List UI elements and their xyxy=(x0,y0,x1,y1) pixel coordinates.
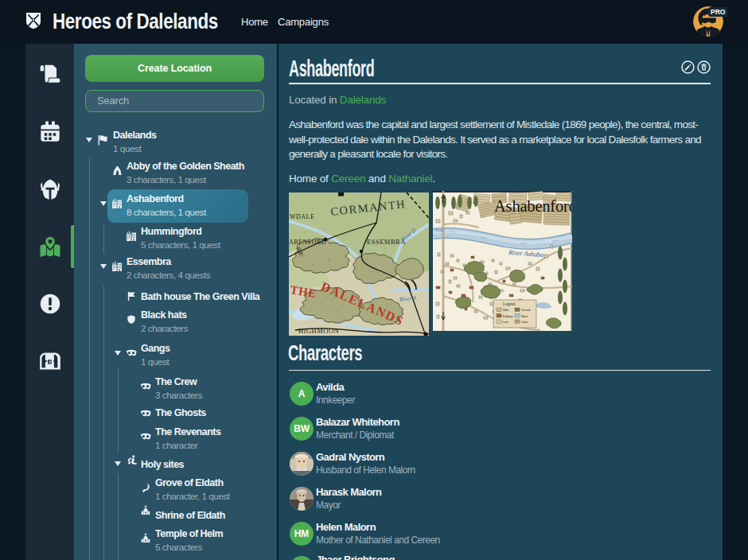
svg-text:ABENFORD: ABENFORD xyxy=(289,239,326,246)
svg-text:HIGHMOON: HIGHMOON xyxy=(298,327,339,335)
svg-text:Orchard: Orchard xyxy=(521,309,531,312)
svg-text:WDALE: WDALE xyxy=(290,213,314,220)
svg-text:Walls: Walls xyxy=(503,309,509,312)
svg-text:Ashabenford: Ashabenford xyxy=(494,197,572,215)
svg-text:Crops: Crops xyxy=(521,321,528,324)
svg-text:Ford: Ford xyxy=(434,228,443,232)
svg-text:Lane: Lane xyxy=(503,321,508,324)
svg-text:Buildings: Buildings xyxy=(503,315,513,318)
svg-text:Legend: Legend xyxy=(503,301,516,306)
svg-text:Water: Water xyxy=(521,315,528,318)
